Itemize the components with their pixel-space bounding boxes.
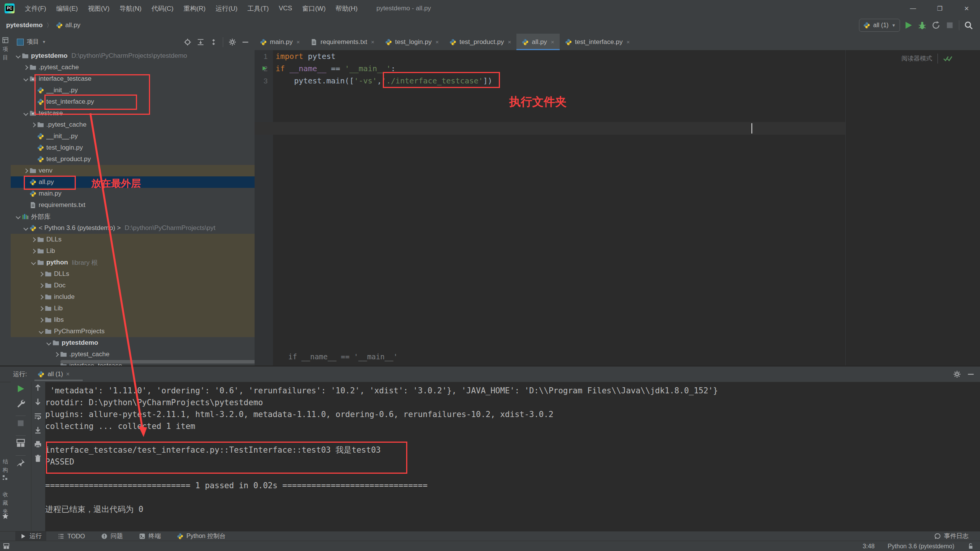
chevron-down-icon[interactable] (46, 341, 51, 346)
toolwindow-button-Python-[interactable]: Python 控制台 (172, 531, 230, 541)
tree-item-interface_testcase[interactable]: interface_testcase (11, 73, 255, 85)
event-log-button[interactable]: 事件日志 (934, 532, 969, 540)
tree-item-.pytest_cache[interactable]: .pytest_cache (11, 62, 255, 73)
interpreter-indicator[interactable]: Python 3.6 (pytestdemo) (888, 543, 954, 550)
locate-icon[interactable] (184, 38, 191, 46)
toolwindow-toggle-icon[interactable] (3, 543, 10, 549)
menu-T[interactable]: 工具(T) (243, 0, 274, 17)
tree-item-Doc[interactable]: Doc (11, 280, 255, 291)
breadcrumb[interactable]: pytestdemo 〉 all.py (6, 21, 80, 29)
tree-item-Lib[interactable]: Lib (11, 303, 255, 314)
close-icon[interactable]: × (508, 39, 511, 45)
menu-VCS[interactable]: VCS (274, 0, 297, 17)
wrench-icon[interactable] (16, 399, 25, 408)
menu-R[interactable]: 重构(R) (178, 0, 211, 17)
tool-button-project[interactable]: 目 (0, 54, 11, 62)
tree-item-test_product.py[interactable]: test_product.py (11, 153, 255, 165)
debug-icon[interactable] (918, 21, 927, 30)
breadcrumb-file[interactable]: all.py (65, 21, 80, 29)
editor-tab-requirements.txt[interactable]: requirements.txt× (305, 34, 380, 50)
tree-item-PyCharmProjects[interactable]: PyCharmProjects (11, 326, 255, 337)
tool-button-structure[interactable]: 构 (0, 466, 11, 474)
menu-E[interactable]: 编辑(E) (51, 0, 83, 17)
minus-icon[interactable] (967, 370, 975, 378)
breadcrumb-project[interactable]: pytestdemo (6, 21, 42, 29)
chevron-right-icon[interactable] (23, 65, 28, 70)
tree-item-test_login.py[interactable]: test_login.py (11, 142, 255, 153)
tree-item-include[interactable]: include (11, 291, 255, 303)
menu-C[interactable]: 代码(C) (147, 0, 179, 17)
maximize-button[interactable]: ❐ (926, 0, 953, 16)
unlock-icon[interactable] (967, 543, 974, 549)
soft-wrap-icon[interactable] (34, 412, 42, 420)
collapse-all-icon[interactable] (210, 38, 217, 46)
run-line-icon[interactable] (261, 65, 267, 71)
inspections-ok-icon[interactable] (943, 55, 953, 62)
tree-item-__init__.py[interactable]: __init__.py (11, 130, 255, 142)
chevron-right-icon[interactable] (23, 168, 28, 173)
chevron-down-icon[interactable] (16, 54, 21, 59)
pin-icon[interactable] (16, 458, 25, 468)
expand-all-icon[interactable] (197, 38, 204, 46)
menu-U[interactable]: 运行(U) (211, 0, 243, 17)
tool-button-favorites[interactable]: 藏 (0, 499, 11, 507)
run-icon[interactable] (904, 21, 913, 30)
code-line-1[interactable]: import pytest (276, 50, 336, 62)
chevron-right-icon[interactable] (54, 352, 59, 357)
chevron-right-icon[interactable] (39, 272, 44, 277)
tree-item-Lib[interactable]: Lib (11, 245, 255, 257)
menu-V[interactable]: 视图(V) (83, 0, 114, 17)
tree-item--[interactable]: 外部库 (11, 211, 255, 222)
coverage-icon[interactable] (931, 21, 941, 30)
gear-icon[interactable] (229, 38, 236, 46)
menu-N[interactable]: 导航(N) (114, 0, 147, 17)
tree-item-pytestdemo[interactable]: pytestdemo (11, 337, 255, 349)
code-line-3[interactable]: pytest.main(['-vs','./interface_testcase… (276, 75, 492, 87)
tree-item-.pytest_cache[interactable]: .pytest_cache (11, 119, 255, 130)
close-button[interactable]: ✕ (953, 0, 980, 16)
tree-item-venv[interactable]: venv (11, 165, 255, 176)
code-line-2[interactable]: if __name__ == '__main__': (276, 62, 395, 75)
toolwindow-button--[interactable]: 运行 (15, 531, 46, 541)
stop-icon[interactable] (16, 419, 25, 428)
tree-item-libs[interactable]: libs (11, 314, 255, 326)
menu-F[interactable]: 文件(F) (20, 0, 51, 17)
structure-icon[interactable] (2, 474, 8, 481)
code-editor[interactable]: 123 (255, 50, 980, 365)
chevron-down-icon[interactable] (31, 260, 36, 265)
toolwindow-button--[interactable]: 终端 (134, 531, 165, 541)
chevron-down-icon[interactable] (16, 214, 21, 219)
tree-item--Python-3.6-pytestdemo-[interactable]: < Python 3.6 (pytestdemo) > D:\python\Py… (11, 222, 255, 234)
tool-button-project[interactable]: 项 (0, 45, 11, 53)
run-configuration-select[interactable]: all (1) ▼ (859, 19, 900, 32)
console-output[interactable]: 'metadata': '1.11.0', 'ordering': '0.6',… (45, 385, 926, 531)
chevron-down-icon[interactable] (23, 226, 28, 231)
tool-button-structure[interactable]: 结 (0, 458, 11, 466)
close-icon[interactable]: × (371, 39, 374, 45)
tree-item-pytestdemo[interactable]: pytestdemo D:\python\PyCharmProjects\pyt… (11, 50, 255, 62)
chevron-right-icon[interactable] (39, 295, 44, 300)
tree-item-DLLs[interactable]: DLLs (11, 268, 255, 280)
project-tool-icon[interactable] (2, 37, 9, 44)
chevron-down-icon[interactable] (23, 77, 28, 82)
tree-item-python[interactable]: python library 根 (11, 257, 255, 268)
scroll-end-icon[interactable] (34, 426, 42, 434)
minus-icon[interactable] (242, 38, 249, 46)
editor-tab-main.py[interactable]: main.py× (255, 34, 305, 50)
close-icon[interactable]: × (626, 39, 630, 45)
chevron-right-icon[interactable] (39, 283, 44, 288)
tree-item-DLLs[interactable]: DLLs (11, 234, 255, 245)
trash-icon[interactable] (34, 454, 42, 463)
editor-tab-all.py[interactable]: all.py× (516, 34, 559, 50)
up-icon[interactable] (34, 383, 42, 392)
close-icon[interactable]: × (297, 39, 300, 45)
tree-item-all.py[interactable]: all.py (11, 176, 255, 188)
chevron-right-icon[interactable] (39, 318, 44, 323)
layout-icon[interactable] (16, 439, 25, 448)
chevron-right-icon[interactable] (31, 122, 36, 127)
reader-mode-label[interactable]: 阅读器模式 (902, 55, 932, 63)
chevron-down-icon[interactable] (39, 329, 44, 334)
search-icon[interactable] (964, 21, 973, 30)
tree-item-__init__.py[interactable]: __init__.py (11, 85, 255, 96)
tree-item-.pytest_cache[interactable]: .pytest_cache (11, 349, 255, 360)
